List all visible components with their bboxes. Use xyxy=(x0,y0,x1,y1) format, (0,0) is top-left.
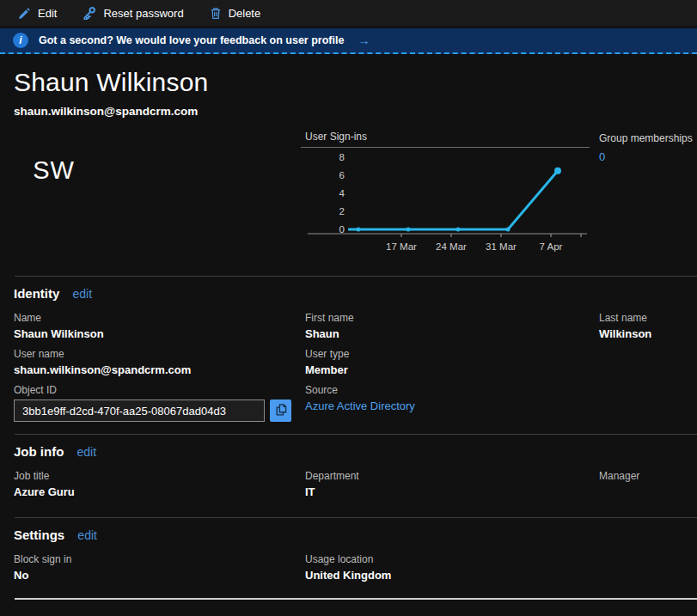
field-label: Job title xyxy=(14,470,305,482)
settings-section-heading: Settings edit xyxy=(14,528,697,542)
edit-button-label: Edit xyxy=(38,7,57,20)
settings-title: Settings xyxy=(14,528,64,542)
group-memberships-count-link[interactable]: 0 xyxy=(599,150,605,163)
field-usage-location: Usage location United Kingdom xyxy=(305,553,599,582)
signins-chart: User Sign-ins 8642017 Mar24 Mar31 Mar7 A… xyxy=(301,129,590,254)
job-info-fields: Job title Azure Guru Department IT Manag… xyxy=(0,470,697,498)
section-divider xyxy=(15,276,697,277)
bottom-divider xyxy=(15,598,697,600)
command-bar: Edit Reset password Delete xyxy=(0,0,697,26)
feedback-banner: i Got a second? We would love your feedb… xyxy=(0,28,697,54)
field-manager: Manager xyxy=(599,470,697,498)
user-header: Shaun Wilkinson shaun.wilkinson@spandcrm… xyxy=(0,67,697,118)
field-value: IT xyxy=(305,485,599,498)
field-last-name: Last name Wilkinson xyxy=(599,312,697,340)
reset-password-button[interactable]: Reset password xyxy=(83,6,183,20)
field-value: Wilkinson xyxy=(599,327,697,340)
field-label: Manager xyxy=(599,470,697,482)
field-source: Source Azure Active Directory xyxy=(305,384,599,422)
svg-text:8: 8 xyxy=(339,152,345,162)
section-divider xyxy=(15,517,697,518)
user-email: shaun.wilkinson@spandcrm.com xyxy=(14,105,697,118)
field-value: Member xyxy=(305,363,599,376)
field-user-name: User name shaun.wilkinson@spandcrm.com xyxy=(14,348,305,376)
feedback-link[interactable]: Got a second? We would love your feedbac… xyxy=(39,34,344,46)
field-first-name: First name Shaun xyxy=(305,312,599,340)
chart-title: User Sign-ins xyxy=(301,129,590,148)
section-divider xyxy=(15,434,697,435)
field-value: Azure Guru xyxy=(14,485,305,498)
svg-text:31 Mar: 31 Mar xyxy=(486,241,517,252)
settings-edit-link[interactable]: edit xyxy=(77,528,97,542)
key-icon xyxy=(83,6,96,20)
svg-text:17 Mar: 17 Mar xyxy=(386,241,417,252)
field-department: Department IT xyxy=(305,470,599,498)
field-label: Last name xyxy=(599,312,697,324)
profile-summary-row: SW User Sign-ins 8642017 Mar24 Mar31 Mar… xyxy=(0,128,697,253)
field-label: Block sign in xyxy=(14,553,305,565)
field-value: No xyxy=(14,569,305,582)
field-value: United Kingdom xyxy=(305,569,599,582)
field-name: Name Shaun Wilkinson xyxy=(14,312,305,340)
spacer xyxy=(599,384,697,422)
group-memberships-label: Group memberships xyxy=(599,132,693,144)
field-job-title: Job title Azure Guru xyxy=(14,470,305,498)
field-label: User type xyxy=(305,348,599,360)
field-block-sign-in: Block sign in No xyxy=(14,553,305,582)
pencil-icon xyxy=(18,7,31,20)
field-label: Department xyxy=(305,470,599,482)
svg-text:6: 6 xyxy=(339,170,345,180)
identity-section-heading: Identity edit xyxy=(14,286,697,301)
avatar: SW xyxy=(15,131,93,210)
field-user-type: User type Member xyxy=(305,348,599,376)
delete-button-label: Delete xyxy=(229,7,261,20)
info-icon: i xyxy=(13,33,28,48)
copy-icon xyxy=(274,402,288,419)
svg-text:24 Mar: 24 Mar xyxy=(436,241,467,252)
source-link[interactable]: Azure Active Directory xyxy=(305,399,599,412)
svg-text:7 Apr: 7 Apr xyxy=(540,241,563,252)
settings-fields: Block sign in No Usage location United K… xyxy=(0,553,697,582)
avatar-initials: SW xyxy=(33,156,75,185)
trash-icon xyxy=(210,7,222,20)
field-label: First name xyxy=(305,312,599,324)
svg-text:0: 0 xyxy=(339,224,345,235)
spacer xyxy=(599,348,697,376)
field-value: Shaun Wilkinson xyxy=(14,327,305,340)
signins-line-chart: 8642017 Mar24 Mar31 Mar7 Apr xyxy=(301,148,590,254)
field-value: Shaun xyxy=(305,327,599,340)
spacer xyxy=(599,553,697,582)
field-label: Usage location xyxy=(305,553,599,565)
job-info-title: Job info xyxy=(14,444,64,459)
identity-fields: Name Shaun Wilkinson First name Shaun La… xyxy=(0,312,697,422)
field-label: User name xyxy=(14,348,305,360)
field-label: Source xyxy=(305,384,599,396)
job-info-edit-link[interactable]: edit xyxy=(77,445,97,459)
field-value: shaun.wilkinson@spandcrm.com xyxy=(14,363,305,376)
field-label: Object ID xyxy=(14,384,305,396)
arrow-right-icon: → xyxy=(358,34,370,47)
field-label: Name xyxy=(14,312,305,324)
reset-password-button-label: Reset password xyxy=(103,7,183,20)
job-info-section-heading: Job info edit xyxy=(14,444,697,459)
delete-button[interactable]: Delete xyxy=(210,7,261,20)
identity-edit-link[interactable]: edit xyxy=(73,287,93,301)
svg-text:4: 4 xyxy=(339,188,345,198)
copy-button[interactable] xyxy=(270,399,291,422)
object-id-input[interactable] xyxy=(14,399,265,422)
group-memberships: Group memberships 0 xyxy=(599,132,693,164)
field-object-id: Object ID xyxy=(14,384,305,422)
edit-button[interactable]: Edit xyxy=(18,7,57,20)
svg-text:2: 2 xyxy=(339,206,345,217)
identity-title: Identity xyxy=(14,286,59,301)
page-title: Shaun Wilkinson xyxy=(14,67,697,98)
